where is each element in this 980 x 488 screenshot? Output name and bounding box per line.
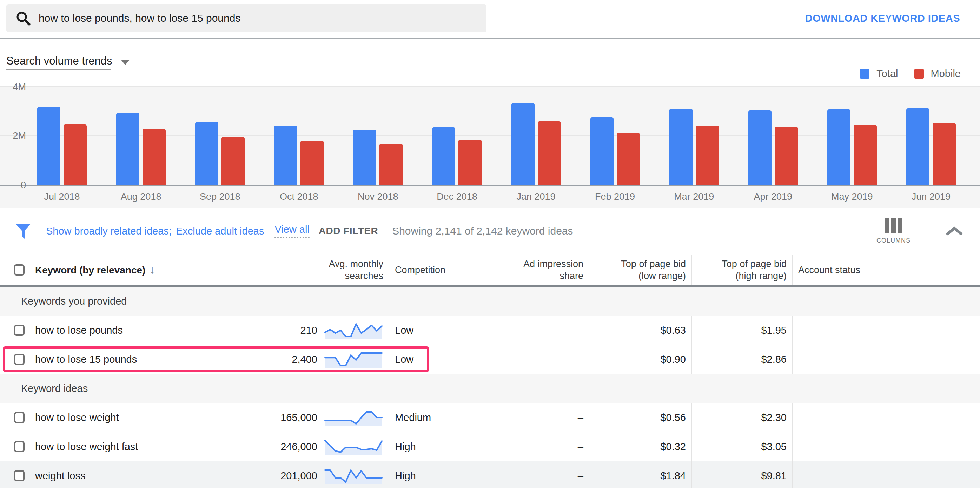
row-checkbox[interactable] (14, 354, 25, 365)
x-tick-label: Feb 2019 (576, 192, 655, 202)
bar-mobile-4 (379, 144, 402, 185)
bar-mobile-6 (538, 121, 561, 185)
chart-legend: Total Mobile (860, 68, 961, 79)
bar-mobile-1 (143, 129, 165, 185)
x-tick-label: Nov 2018 (338, 192, 417, 202)
mobile-swatch (914, 69, 924, 79)
bar-total-10 (827, 109, 851, 185)
top-bid-low-value: $0.56 (589, 403, 692, 432)
account-status-value (792, 316, 980, 345)
keyword-text: how to lose 15 pounds (35, 354, 137, 365)
competition-value: Low (389, 316, 491, 345)
ad-impression-share-value: – (491, 432, 589, 461)
bar-mobile-10 (854, 125, 877, 185)
account-status-value (792, 403, 980, 432)
ad-impression-share-value: – (491, 403, 589, 432)
col-account-status[interactable]: Account status (798, 264, 860, 276)
col-top-bid-high[interactable]: Top of page bid (high range) (713, 258, 787, 282)
table-row[interactable]: how to lose pounds 210 Low – $0.63 $1.95 (0, 316, 980, 345)
col-avg-monthly-searches[interactable]: Avg. monthly searches (310, 258, 383, 282)
col-keyword[interactable]: Keyword (by relevance) ↓ (35, 264, 155, 276)
trends-title-label: Search volume trends (6, 55, 112, 67)
columns-button[interactable]: COLUMNS (877, 218, 910, 244)
x-tick-label: Jun 2019 (891, 192, 970, 202)
top-bid-high-value: $2.86 (692, 345, 792, 374)
bar-group-jun-2019 (891, 86, 970, 185)
x-tick-label: Dec 2018 (417, 192, 496, 202)
bar-total-4 (353, 130, 376, 185)
bar-total-7 (590, 117, 614, 185)
bar-total-0 (37, 107, 60, 185)
bar-group-may-2019 (813, 86, 891, 185)
search-volume-trends-dropdown[interactable]: Search volume trends (6, 55, 130, 67)
bar-group-dec-2018 (417, 86, 496, 185)
top-bid-low-value: $1.84 (589, 461, 692, 488)
col-competition[interactable]: Competition (395, 264, 445, 276)
select-all-checkbox[interactable] (14, 265, 25, 276)
exclude-adult-ideas-link[interactable]: Exclude adult ideas (176, 225, 264, 237)
table-row[interactable]: how to lose weight 165,000 Medium – $0.5… (0, 403, 980, 432)
row-checkbox[interactable] (14, 441, 25, 452)
table-row-highlighted[interactable]: how to lose 15 pounds 2,400 Low – $0.90 … (0, 345, 980, 374)
keyword-text: how to lose weight (35, 412, 119, 423)
competition-value: Low (389, 345, 491, 374)
download-keyword-ideas-button[interactable]: DOWNLOAD KEYWORD IDEAS (805, 13, 960, 24)
avg-searches-value: 246,000 (280, 441, 317, 453)
sparkline (324, 409, 383, 427)
bar-group-nov-2018 (338, 86, 417, 185)
col-top-bid-low[interactable]: Top of page bid (low range) (612, 258, 686, 282)
keyword-text: how to lose pounds (35, 325, 123, 336)
bar-total-2 (195, 122, 218, 185)
chevron-up-icon[interactable] (946, 225, 963, 237)
top-bid-high-value: $1.95 (692, 316, 792, 345)
table-row[interactable]: how to lose weight fast 246,000 High – $… (0, 432, 980, 461)
chart-bars (22, 86, 970, 185)
competition-value: High (389, 432, 491, 461)
top-bid-low-value: $0.90 (589, 345, 692, 374)
trends-underline (6, 70, 111, 70)
view-all-link[interactable]: View all (275, 223, 309, 238)
search-input[interactable] (38, 12, 477, 24)
row-checkbox[interactable] (14, 325, 25, 336)
row-checkbox[interactable] (14, 412, 25, 423)
x-tick-label: May 2019 (813, 192, 891, 202)
chart-x-axis-labels: Jul 2018Aug 2018Sep 2018Oct 2018Nov 2018… (22, 192, 970, 202)
competition-value: High (389, 461, 491, 488)
bar-total-1 (116, 113, 139, 185)
bar-group-aug-2018 (102, 86, 180, 185)
sparkline (324, 350, 383, 368)
bar-group-apr-2019 (733, 86, 813, 185)
row-checkbox[interactable] (14, 470, 25, 481)
bar-mobile-9 (775, 127, 798, 185)
total-swatch (860, 69, 869, 79)
keyword-search-box[interactable] (6, 4, 487, 32)
result-count-text: Showing 2,141 of 2,142 keyword ideas (392, 225, 573, 237)
columns-icon (885, 218, 902, 233)
top-bid-high-value: $9.81 (692, 461, 792, 488)
top-bid-high-value: $2.30 (692, 403, 792, 432)
bar-group-jul-2018 (22, 86, 102, 185)
bar-group-feb-2019 (576, 86, 655, 185)
bar-total-9 (748, 111, 772, 185)
add-filter-button[interactable]: ADD FILTER (319, 225, 378, 237)
bar-mobile-11 (932, 123, 956, 185)
x-tick-label: Jul 2018 (22, 192, 102, 202)
competition-value: Medium (389, 403, 491, 432)
section-keywords-you-provided: Keywords you provided (0, 287, 980, 316)
table-row[interactable]: weight loss 201,000 High – $1.84 $9.81 (0, 461, 980, 488)
avg-searches-value: 165,000 (280, 412, 317, 423)
bar-mobile-5 (458, 139, 482, 185)
chevron-down-icon (121, 60, 130, 65)
x-tick-label: Jan 2019 (496, 192, 575, 202)
legend-mobile-label: Mobile (931, 68, 961, 79)
top-bid-high-value: $3.05 (692, 432, 792, 461)
sparkline (324, 467, 383, 485)
ad-impression-share-value: – (491, 461, 589, 488)
col-ad-impression-share[interactable]: Ad impression share (510, 258, 583, 282)
sparkline (324, 321, 383, 339)
ad-impression-share-value: – (491, 345, 589, 374)
legend-item-total: Total (860, 68, 898, 79)
table-header-row: Keyword (by relevance) ↓ Avg. monthly se… (0, 255, 980, 287)
show-broadly-related-link[interactable]: Show broadly related ideas; (46, 225, 172, 237)
bar-total-5 (432, 127, 455, 185)
